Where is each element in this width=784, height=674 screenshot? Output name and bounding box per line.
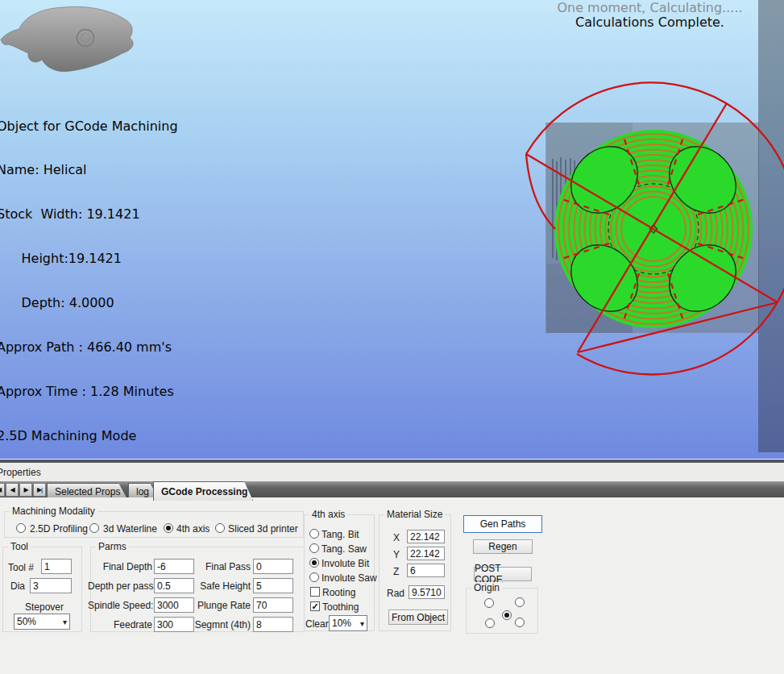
safe-height-label: Safe Height — [196, 580, 251, 592]
material-x-input[interactable] — [407, 530, 445, 543]
check-icon: ✓ — [311, 602, 318, 611]
safe-height-input[interactable] — [253, 578, 293, 593]
tab-label: Selected Props — [55, 486, 120, 497]
origin-bottom-left-radio[interactable] — [485, 618, 495, 628]
tab-scroll-prev-button[interactable]: ◀ — [6, 483, 19, 497]
dia-label: Dia — [10, 580, 25, 592]
chevron-down-icon: ▾ — [63, 618, 67, 626]
rooting-checkbox-label: Rooting — [322, 587, 355, 598]
final-pass-input[interactable] — [253, 559, 293, 574]
origin-top-left-radio[interactable] — [484, 598, 494, 608]
status-line-complete: Calculations Complete. — [516, 15, 784, 30]
material-rad-label: Rad — [387, 588, 404, 599]
origin-top-right-radio[interactable] — [515, 597, 525, 607]
tab-scroll-next-button[interactable]: ▶ — [19, 483, 32, 497]
origin-group-label: Origin — [471, 582, 502, 593]
tool-group-label: Tool — [8, 541, 31, 552]
tab-gcode-processing[interactable]: GCode Processing — [153, 481, 253, 501]
chevron-down-icon: ▾ — [360, 619, 364, 628]
material-x-label: X — [393, 532, 400, 543]
final-depth-label: Final Depth — [97, 561, 152, 572]
material-z-label: Z — [393, 566, 399, 577]
feedrate-label: Feedrate — [97, 619, 152, 630]
rooting-checkbox[interactable] — [310, 587, 320, 597]
info-line: Approx Time : 1.28 Minutes — [0, 385, 178, 399]
viewport-right-bar — [758, 0, 784, 452]
radio-tang-bit-label: Tang. Bit — [321, 529, 359, 540]
radio-tang-bit[interactable] — [309, 529, 319, 539]
info-line: Object for GCode Machining — [0, 119, 178, 134]
parms-group-label: Parms — [96, 541, 129, 552]
status-line-calculating: One moment, Calculating..... — [516, 1, 784, 15]
gen-paths-button-label: Gen Paths — [480, 518, 526, 530]
radio-involute-bit-label: Involute Bit — [321, 558, 369, 569]
machining-modality-label: Machining Modality — [10, 506, 97, 517]
depth-per-pass-input[interactable] — [154, 578, 194, 593]
segmnt-4th-input[interactable] — [253, 617, 293, 632]
radio-sliced-3d-printer-label: Sliced 3d printer — [228, 523, 298, 535]
post-code-button[interactable]: POST CODE — [474, 567, 532, 581]
radio-25d-profiling[interactable] — [16, 523, 26, 533]
radio-3d-waterline[interactable] — [89, 523, 99, 533]
head-model-3d — [1, 6, 133, 71]
info-line: Name: Helical — [0, 163, 178, 177]
dia-input[interactable] — [30, 578, 72, 593]
radio-25d-profiling-label: 2.5D Profiling — [30, 523, 88, 535]
info-line: Stock Width: 19.1421 — [0, 207, 178, 222]
radio-tang-saw[interactable] — [309, 543, 319, 553]
origin-center-radio[interactable] — [502, 610, 512, 620]
origin-bottom-right-radio[interactable] — [515, 618, 525, 627]
segmnt-4th-label: Segmnt (4th) — [193, 619, 251, 630]
tab-scroll-first-button[interactable]: |◀ — [0, 483, 5, 497]
radio-3d-waterline-label: 3d Waterline — [103, 523, 157, 535]
radio-involute-saw-label: Involute Saw — [321, 572, 377, 584]
info-line: Height:19.1421 — [0, 252, 178, 266]
machining-info-block: Object for GCode Machining Name: Helical… — [0, 89, 178, 473]
material-y-input[interactable] — [407, 547, 445, 560]
info-line: Depth: 4.0000 — [0, 296, 178, 310]
from-object-button[interactable]: From Object — [388, 610, 448, 625]
machining-modality-group: Machining Modality 2.5D Profiling 3d Wat… — [4, 511, 304, 538]
material-z-input[interactable] — [407, 564, 445, 577]
tool-number-input[interactable] — [41, 559, 72, 574]
tab-selected-props[interactable]: Selected Props — [47, 483, 127, 499]
info-line: Approx Path : 466.40 mm's — [0, 340, 178, 355]
material-y-label: Y — [393, 549, 400, 560]
radio-sliced-3d-printer[interactable] — [215, 523, 225, 533]
depth-per-pass-label: Depth per pass: — [88, 580, 152, 592]
fourth-axis-group: 4th axis Tang. Bit Tang. Saw Involute Bi… — [304, 514, 375, 631]
toothing-checkbox[interactable]: ✓ — [310, 601, 320, 611]
origin-group: Origin — [466, 588, 538, 634]
from-object-button-label: From Object — [392, 612, 445, 623]
tool-group: Tool Tool # Dia Stepover 50% ▾ — [2, 547, 82, 632]
fourth-axis-group-label: 4th axis — [309, 509, 347, 520]
stepover-value: 50% — [17, 616, 36, 627]
tab-label: log — [136, 486, 149, 497]
clear-dropdown[interactable]: 10% ▾ — [329, 615, 367, 631]
stepover-label: Stepover — [25, 601, 64, 613]
clear-value: 10% — [332, 618, 351, 629]
plunge-rate-input[interactable] — [253, 597, 293, 613]
radio-involute-bit[interactable] — [309, 558, 319, 568]
final-depth-input[interactable] — [154, 559, 194, 574]
cam-application-window: One moment, Calculating..... Calculation… — [0, 0, 784, 674]
gen-paths-button[interactable]: Gen Paths — [463, 515, 542, 533]
gcode-processing-panel: Machining Modality 2.5D Profiling 3d Wat… — [0, 497, 784, 674]
3d-viewport[interactable]: One moment, Calculating..... Calculation… — [0, 0, 784, 459]
material-rad-input[interactable] — [409, 585, 445, 599]
regen-button-label: Regen — [488, 541, 516, 552]
properties-title: Properties — [0, 467, 41, 478]
radio-involute-saw[interactable] — [309, 572, 319, 582]
tab-label: GCode Processing — [161, 486, 247, 497]
clear-label: Clear — [305, 618, 329, 630]
spindle-speed-label: Spindle Speed: — [88, 600, 152, 611]
tab-scroll-last-button[interactable]: ▶| — [33, 483, 46, 497]
tool-number-label: Tool # — [8, 562, 34, 573]
feedrate-input[interactable] — [154, 617, 194, 632]
regen-button[interactable]: Regen — [473, 539, 533, 554]
material-size-group-label: Material Size — [384, 509, 445, 520]
stepover-dropdown[interactable]: 50% ▾ — [14, 614, 70, 630]
spindle-speed-input[interactable] — [154, 597, 194, 613]
calculation-status: One moment, Calculating..... Calculation… — [516, 1, 784, 30]
radio-4th-axis[interactable] — [164, 523, 173, 533]
